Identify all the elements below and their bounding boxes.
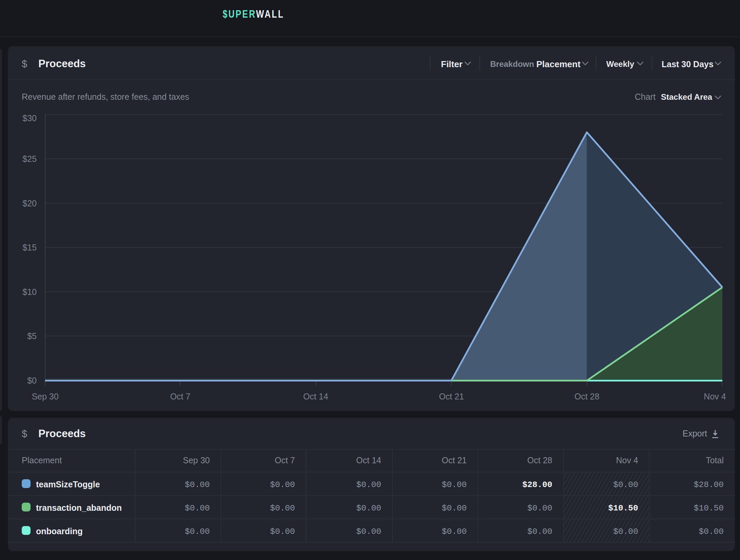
svg-text:$5: $5 <box>27 331 37 341</box>
svg-text:$30: $30 <box>22 113 37 123</box>
svg-text:Oct 28: Oct 28 <box>574 392 599 401</box>
svg-text:$0: $0 <box>27 376 37 385</box>
svg-text:$25: $25 <box>22 154 37 164</box>
svg-text:$15: $15 <box>22 243 37 252</box>
svg-text:Sep 30: Sep 30 <box>32 392 58 401</box>
svg-text:Oct 21: Oct 21 <box>439 392 464 401</box>
svg-text:Oct 7: Oct 7 <box>170 392 190 401</box>
svg-text:$20: $20 <box>22 199 37 208</box>
svg-text:Oct 14: Oct 14 <box>303 392 328 401</box>
svg-text:$10: $10 <box>22 287 37 297</box>
svg-text:Nov 4: Nov 4 <box>704 392 726 401</box>
